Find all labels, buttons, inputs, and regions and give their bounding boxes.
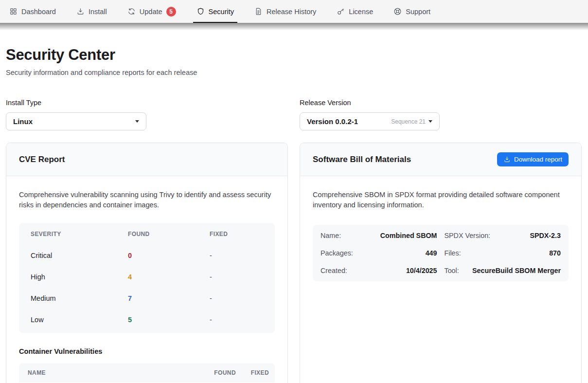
table-row: Created: 10/4/2025 Tool: SecureBuild SBO… [321, 262, 561, 279]
table-row: Medium 7 - [31, 288, 263, 309]
nav-item-dashboard[interactable]: Dashboard [6, 0, 59, 23]
key-icon [337, 7, 345, 16]
download-icon [76, 7, 85, 16]
install-type-value: Linux [13, 117, 33, 126]
table-row: Name: Combined SBOM SPDX Version: SPDX-2… [321, 227, 561, 244]
sbom-card-body: Comprehensive SBOM in SPDX format provid… [300, 176, 581, 294]
severity-label: High [31, 273, 128, 281]
sbom-card-title: Software Bill of Materials [313, 155, 411, 164]
shield-icon [196, 7, 205, 16]
detail-label: Tool: [445, 267, 459, 274]
detail-value: 10/4/2025 [406, 267, 437, 274]
nav-label: Support [406, 8, 430, 16]
fixed-count: - [210, 294, 263, 302]
detail-value: SPDX-2.3 [530, 232, 561, 239]
release-version-value: Version 0.0.2-1 [307, 117, 358, 126]
sbom-detail: Tool: SecureBuild SBOM Merger [445, 262, 561, 279]
found-col-header: FOUND [128, 231, 210, 237]
nav-label: Release History [267, 8, 316, 16]
detail-value: 870 [549, 249, 561, 257]
table-row: High 4 - [31, 266, 263, 288]
install-type-dropdown[interactable]: Linux [6, 112, 146, 130]
fixed-col-header: FIXED [236, 369, 269, 376]
nav-item-release-history[interactable]: Release History [251, 0, 320, 23]
refresh-icon [127, 7, 136, 16]
name-col-header: NAME [28, 369, 207, 376]
severity-table: SEVERITY FOUND FIXED Critical 0 - High 4… [19, 223, 275, 333]
download-report-button[interactable]: Download report [497, 152, 569, 166]
detail-value: SecureBuild SBOM Merger [472, 267, 561, 274]
release-version-filter: Release Version Version 0.0.2-1 Sequence… [300, 99, 582, 130]
detail-value: Combined SBOM [380, 232, 437, 239]
fixed-col-header: FIXED [210, 231, 263, 237]
nav-bottom-shadow [0, 23, 588, 30]
install-type-label: Install Type [6, 99, 288, 107]
nav-label: Install [89, 8, 107, 16]
severity-table-header: SEVERITY FOUND FIXED [31, 223, 263, 245]
sbom-details-panel: Name: Combined SBOM SPDX Version: SPDX-2… [313, 225, 569, 281]
table-row: Low 5 - [31, 309, 263, 330]
nav-label: Dashboard [21, 8, 56, 16]
severity-label: Medium [31, 294, 128, 302]
severity-col-header: SEVERITY [31, 231, 128, 237]
sbom-detail: Name: Combined SBOM [321, 227, 437, 244]
sbom-detail: Packages: 449 [321, 244, 437, 262]
chevron-down-icon [428, 120, 432, 123]
release-version-label: Release Version [300, 99, 582, 107]
nav-label: License [349, 8, 373, 16]
document-icon [254, 7, 263, 16]
filters-row: Install Type Linux Release Version Versi… [6, 99, 582, 130]
cve-report-card: CVE Report Comprehensive vulnerability s… [6, 143, 288, 383]
main-content: Security Center Security information and… [0, 46, 588, 383]
sbom-detail: Files: 870 [445, 244, 561, 262]
sequence-label: Sequence 21 [391, 118, 426, 125]
fixed-count: - [210, 252, 263, 259]
found-count: 0 [128, 252, 210, 259]
found-count: 7 [128, 294, 210, 302]
severity-label: Critical [31, 252, 128, 259]
cards-row: CVE Report Comprehensive vulnerability s… [6, 143, 582, 383]
top-navigation: Dashboard Install Update 5 Security Rele… [0, 0, 588, 23]
page-title: Security Center [6, 46, 582, 64]
found-col-header: FOUND [207, 369, 236, 376]
update-count-badge: 5 [166, 7, 176, 17]
cve-description: Comprehensive vulnerability scanning usi… [19, 190, 275, 210]
cve-card-title: CVE Report [19, 155, 65, 164]
nav-label: Security [209, 8, 234, 16]
found-count: 5 [128, 316, 210, 324]
sequence-group: Sequence 21 [391, 118, 432, 125]
detail-label: Created: [321, 267, 347, 274]
sbom-description: Comprehensive SBOM in SPDX format provid… [313, 190, 569, 210]
cve-card-body: Comprehensive vulnerability scanning usi… [6, 176, 287, 383]
nav-label: Update [140, 8, 162, 16]
nav-item-security[interactable]: Security [193, 0, 237, 23]
download-icon [503, 156, 511, 163]
detail-label: Files: [445, 249, 461, 257]
container-vulnerabilities-title: Container Vulnerabilities [19, 347, 275, 355]
nav-item-update[interactable]: Update 5 [124, 0, 179, 23]
fixed-count: - [210, 316, 263, 324]
download-report-label: Download report [514, 156, 562, 163]
severity-label: Low [31, 316, 128, 324]
nav-item-support[interactable]: Support [390, 0, 434, 23]
container-vulnerabilities-header: NAME FOUND FIXED [19, 363, 275, 383]
detail-label: Packages: [321, 249, 353, 257]
detail-value: 449 [426, 249, 437, 257]
sbom-detail: SPDX Version: SPDX-2.3 [445, 227, 561, 244]
sbom-card: Software Bill of Materials Download repo… [300, 143, 582, 383]
table-row: Critical 0 - [31, 245, 263, 266]
detail-label: Name: [321, 232, 341, 239]
page-subtitle: Security information and compliance repo… [6, 69, 582, 76]
nav-item-install[interactable]: Install [73, 0, 110, 23]
table-row: Packages: 449 Files: 870 [321, 244, 561, 262]
sbom-detail: Created: 10/4/2025 [321, 262, 437, 279]
dashboard-grid-icon [9, 7, 18, 16]
detail-label: SPDX Version: [445, 232, 491, 239]
sbom-card-header: Software Bill of Materials Download repo… [300, 143, 581, 176]
install-type-filter: Install Type Linux [6, 99, 288, 130]
nav-item-license[interactable]: License [333, 0, 376, 23]
release-version-dropdown[interactable]: Version 0.0.2-1 Sequence 21 [300, 112, 440, 130]
chevron-down-icon [135, 120, 139, 123]
fixed-count: - [210, 273, 263, 281]
lifebuoy-icon [393, 7, 402, 16]
